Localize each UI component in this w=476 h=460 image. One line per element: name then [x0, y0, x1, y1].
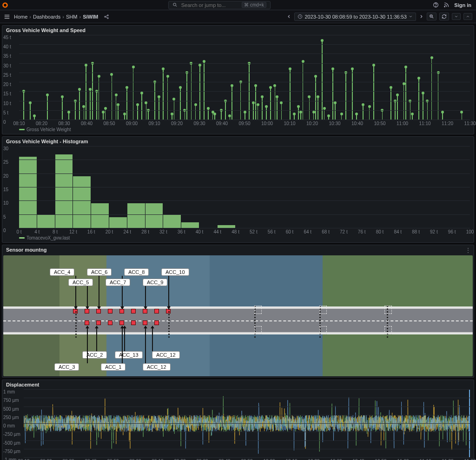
x-tick-label: 32 t	[159, 229, 167, 234]
data-point	[84, 107, 85, 120]
data-point	[322, 40, 323, 120]
chart-gvw[interactable]: 05 t10 t15 t20 t25 t30 t35 t40 t45 t08:1…	[2, 35, 474, 126]
sensor-marker	[108, 320, 112, 325]
arrow-icon	[99, 276, 99, 309]
x-tick-label: 76 t	[358, 229, 366, 234]
x-tick-label: 60 t	[286, 229, 294, 234]
x-tick-label: 84 t	[394, 229, 402, 234]
x-tick-label: 08:10	[13, 121, 25, 126]
x-tick-label: 24 t	[123, 229, 131, 234]
y-tick-label: 20	[3, 173, 8, 178]
x-tick-label: 10:00	[261, 121, 273, 126]
legend-label: TomacevoX_gvw.last	[26, 235, 70, 240]
y-tick-label: 500 µm	[3, 406, 19, 411]
time-back-icon[interactable]	[286, 14, 291, 19]
x-tick-label: 40 t	[196, 229, 204, 234]
dashboard-body: Gross Vehicle Weight and Speed 05 t10 t1…	[0, 23, 476, 460]
svg-point-2	[173, 3, 176, 6]
sensor-label: ACC_6	[87, 268, 112, 276]
search-input[interactable]	[180, 2, 239, 8]
data-point	[397, 95, 398, 120]
share-icon[interactable]	[104, 14, 109, 20]
data-point	[86, 65, 86, 120]
x-tick-label: 16 t	[87, 229, 95, 234]
x-tick-label: 20 t	[106, 229, 113, 234]
arrow-icon	[87, 326, 88, 363]
data-point	[231, 86, 232, 120]
top-bar: ⌘ cmd+k Sign in	[0, 0, 476, 10]
grafana-logo-icon[interactable]	[0, 0, 10, 10]
crumb-dashboards[interactable]: Dashboards	[33, 14, 60, 20]
chevron-down-icon	[409, 14, 413, 19]
data-point	[258, 105, 258, 120]
data-point	[116, 95, 117, 120]
x-tick-label: 10:50	[374, 121, 385, 126]
svg-point-5	[436, 6, 436, 7]
data-point	[418, 78, 419, 120]
y-tick-label: 15 t	[3, 91, 11, 96]
menu-toggle-icon[interactable]	[4, 13, 10, 20]
arrow-icon	[168, 276, 169, 309]
pier-marker	[168, 304, 169, 339]
data-point	[118, 105, 119, 120]
x-tick-label: 28 t	[141, 229, 149, 234]
data-point	[174, 99, 175, 120]
data-point	[245, 112, 245, 120]
data-point	[373, 65, 374, 120]
refresh-interval-picker[interactable]	[452, 13, 461, 20]
help-icon[interactable]	[433, 2, 439, 8]
panel-menu-icon[interactable]: ⋮	[465, 247, 471, 253]
panel-histogram: Gross Vehicle Weight - Histogram 0510152…	[2, 136, 474, 243]
svg-point-1	[4, 4, 7, 7]
chevron-right-icon: ›	[29, 14, 31, 20]
data-point	[23, 91, 24, 120]
zoom-out-icon[interactable]	[427, 13, 436, 20]
y-tick-label: 40 t	[3, 44, 11, 49]
y-tick-label: -500 µm	[3, 440, 20, 445]
data-point	[185, 110, 185, 120]
y-tick-label: -750 µm	[3, 448, 20, 453]
chart-displacement[interactable]: -1 mm-750 µm-500 µm-250 µm0 mm250 µm500 …	[2, 389, 474, 460]
arrow-icon	[145, 286, 146, 309]
data-point	[382, 110, 383, 120]
x-tick-label: 36 t	[178, 229, 185, 234]
data-point	[163, 69, 164, 120]
y-tick-label: 10	[3, 200, 8, 206]
chevron-right-icon: ›	[62, 14, 64, 20]
x-tick-label: 11:00	[397, 121, 408, 126]
data-point	[270, 87, 271, 120]
rss-icon[interactable]	[443, 2, 450, 8]
search-icon	[172, 2, 178, 7]
x-tick-label: 10:10	[284, 121, 295, 126]
time-forward-icon[interactable]	[419, 14, 424, 19]
sign-in-button[interactable]: Sign in	[454, 2, 471, 8]
x-tick-label: 10:20	[306, 121, 318, 126]
sensor-label: ACC_13	[115, 351, 143, 359]
crumb-current: SiWIM	[83, 14, 98, 20]
chart-histogram[interactable]: 0510152025300 t4 t8 t12 t16 t20 t24 t28 …	[2, 146, 474, 234]
sensor-marker	[131, 309, 136, 313]
data-point	[180, 87, 181, 120]
data-point	[204, 61, 205, 120]
data-point	[146, 103, 147, 120]
data-point	[290, 69, 291, 120]
data-point	[133, 67, 134, 120]
time-range-picker[interactable]: 2023-10-30 08:08:59 to 2023-10-30 11:36:…	[294, 13, 416, 21]
refresh-icon[interactable]	[439, 13, 449, 20]
chevron-up-icon[interactable]	[463, 13, 472, 20]
data-point	[172, 114, 172, 120]
y-tick-label: 10 t	[3, 100, 11, 106]
crumb-shm[interactable]: SHM	[66, 14, 77, 20]
nav-bar: Home › Dashboards › SHM › SiWIM 2023-10-…	[0, 10, 476, 23]
data-point	[79, 89, 80, 120]
x-tick-label: 92 t	[430, 229, 438, 234]
global-search[interactable]: ⌘ cmd+k	[168, 1, 271, 9]
histogram-bar	[91, 203, 109, 228]
data-point	[230, 116, 231, 120]
sensor-marker	[96, 309, 101, 313]
panel-sensor-mounting: Sensor mountng ⋮ ACC_4ACC_6ACC_8ACC_10AC…	[2, 245, 474, 378]
sensor-label: ACC_2	[82, 351, 107, 359]
crumb-home[interactable]: Home	[14, 14, 27, 20]
svg-line-3	[176, 6, 177, 7]
data-point	[195, 105, 196, 120]
